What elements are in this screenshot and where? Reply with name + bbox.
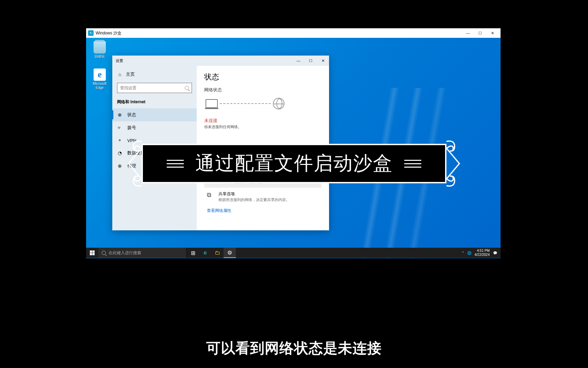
taskbar-explorer-icon[interactable]: 🗀 xyxy=(211,248,224,258)
sidebar-item-label: 状态 xyxy=(127,112,136,118)
sidebar-category: 网络和 Internet xyxy=(112,98,197,108)
minimize-button[interactable]: — xyxy=(462,28,474,38)
sharing-options-row[interactable]: ⧉ 共享选项 根据所连接到的网络，决定要共享的内容。 xyxy=(204,188,322,206)
sidebar-item-label: 拨号 xyxy=(127,125,136,131)
host-window-title: Windows 沙盒 xyxy=(96,30,462,36)
sharing-sub: 根据所连接到的网络，决定要共享的内容。 xyxy=(218,198,319,202)
dialup-icon: ᯤ xyxy=(117,125,122,131)
sidebar-home-label: 主页 xyxy=(126,71,135,77)
video-subtitle: 可以看到网络状态是未连接 xyxy=(206,339,382,358)
connection-status: 未连接 xyxy=(204,118,322,124)
recycle-bin-icon[interactable]: 回收站 xyxy=(90,41,109,59)
svg-rect-2 xyxy=(90,253,92,255)
content-subheading: 网络状态 xyxy=(204,87,322,93)
svg-rect-0 xyxy=(90,250,92,253)
banner-ornament-left xyxy=(127,138,142,189)
search-icon xyxy=(185,86,189,90)
svg-rect-1 xyxy=(92,250,95,253)
connection-line-icon xyxy=(220,103,271,104)
settings-title: 设置 xyxy=(116,58,292,63)
start-button[interactable] xyxy=(86,248,98,258)
overlay-banner: 通过配置文件启动沙盒 xyxy=(142,144,446,183)
settings-window: 设置 — ☐ ✕ ⌂ 主页 xyxy=(112,56,329,230)
search-input[interactable] xyxy=(120,86,185,90)
settings-minimize-button[interactable]: — xyxy=(292,56,305,66)
view-network-properties-link[interactable]: 查看网络属性 xyxy=(204,206,234,216)
vpn-icon: ⚬ xyxy=(117,138,122,143)
sidebar-item-dialup[interactable]: ᯤ 拨号 xyxy=(112,121,197,134)
sandbox-host-window: Windows 沙盒 — ☐ ✕ 回收站 Microsoft Edge 设置 xyxy=(86,28,501,258)
svg-rect-3 xyxy=(92,253,95,255)
banner-text: 通过配置文件启动沙盒 xyxy=(195,151,393,177)
sidebar-home[interactable]: ⌂ 主页 xyxy=(112,68,197,80)
windows-logo-icon xyxy=(90,250,95,256)
connection-status-sub: 你未连接到任何网络。 xyxy=(204,124,322,129)
data-usage-icon: ◔ xyxy=(117,150,122,156)
content-heading: 状态 xyxy=(204,72,322,82)
taskbar: 在此键入进行搜索 ⊞ e 🗀 ⚙ ˄ 🌐 4:51 PM 4/22/2024 💬 xyxy=(86,248,501,258)
tray-network-icon[interactable]: 🌐 xyxy=(467,251,471,255)
sharing-title: 共享选项 xyxy=(218,191,319,197)
clock-date: 4/22/2024 xyxy=(475,253,490,257)
clock-time: 4:51 PM xyxy=(475,249,490,253)
search-icon xyxy=(102,251,106,255)
globe-icon xyxy=(273,98,284,109)
laptop-icon xyxy=(206,99,218,108)
system-tray: ˄ 🌐 4:51 PM 4/22/2024 💬 xyxy=(459,248,501,258)
recycle-bin-label: 回收站 xyxy=(90,55,109,59)
sidebar-item-status[interactable]: ⊕ 状态 xyxy=(112,108,197,121)
banner-lines-right xyxy=(404,157,421,170)
banner-ornament-right xyxy=(446,138,461,189)
settings-maximize-button[interactable]: ☐ xyxy=(305,56,317,66)
tray-chevron-icon[interactable]: ˄ xyxy=(462,251,464,255)
sidebar-search[interactable] xyxy=(117,83,192,93)
task-view-button[interactable]: ⊞ xyxy=(187,248,199,258)
sandbox-icon xyxy=(88,30,94,36)
edge-desktop-icon[interactable]: Microsoft Edge xyxy=(90,68,109,90)
taskbar-settings-icon[interactable]: ⚙ xyxy=(224,248,236,258)
taskbar-clock[interactable]: 4:51 PM 4/22/2024 xyxy=(475,249,490,257)
close-button[interactable]: ✕ xyxy=(486,28,499,38)
host-titlebar: Windows 沙盒 — ☐ ✕ xyxy=(86,28,501,38)
edge-label: Microsoft Edge xyxy=(90,82,109,90)
taskbar-edge-icon[interactable]: e xyxy=(199,248,211,258)
action-center-icon[interactable]: 💬 xyxy=(493,251,497,255)
banner-lines-left xyxy=(167,157,184,170)
taskbar-search-placeholder: 在此键入进行搜索 xyxy=(109,250,141,256)
status-icon: ⊕ xyxy=(117,112,122,118)
home-icon: ⌂ xyxy=(117,72,122,77)
proxy-icon: ⊕ xyxy=(117,163,122,169)
edge-glyph xyxy=(94,68,106,81)
sharing-icon: ⧉ xyxy=(207,191,214,199)
maximize-button[interactable]: ☐ xyxy=(474,28,486,38)
taskbar-search[interactable]: 在此键入进行搜索 xyxy=(98,248,187,258)
settings-titlebar: 设置 — ☐ ✕ xyxy=(112,56,329,66)
settings-close-button[interactable]: ✕ xyxy=(317,56,329,66)
recycle-bin-glyph xyxy=(94,41,106,53)
network-diagram xyxy=(204,98,322,109)
